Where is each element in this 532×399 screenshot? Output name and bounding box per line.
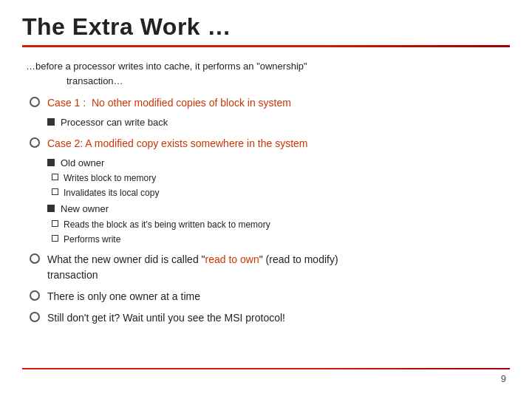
page-number: 9 <box>22 373 510 384</box>
bullet-l3-reads-marker <box>52 220 58 227</box>
bullet-l3-invalidates-text: Invalidates its local copy <box>64 186 159 200</box>
bullet-l3-writes-block: Writes block to memory <box>37 171 510 185</box>
bullet-l2-case1-sub1-text: Processor can write back <box>61 115 510 130</box>
bullet-l3-writes-text: Writes block to memory <box>64 171 156 185</box>
bullet-case2: Case 2: A modified copy exists somewhere… <box>22 136 510 246</box>
bullet-l2-new-owner: New owner Reads the block as it's being … <box>22 202 510 246</box>
bullet-l3-invalidates-marker <box>52 188 58 195</box>
bullet-what: What the new owner did is called "read t… <box>22 252 510 283</box>
bullet-l2-old-owner-text: Old owner <box>61 156 510 171</box>
bullet-l2-new-owner-text: New owner <box>61 202 510 216</box>
content-area: …before a processor writes into cache, i… <box>22 59 510 368</box>
bullet-msi: Still don't get it? Wait until you see t… <box>22 310 510 326</box>
bullet-l3-performs-text: Performs write <box>64 233 120 246</box>
bullet-l1-case2: Case 2: A modified copy exists somewhere… <box>22 136 510 151</box>
bullet-l1-case2-marker <box>30 137 40 148</box>
bullet-l3-performs-marker <box>52 235 58 242</box>
bullet-l1-one-owner-marker <box>30 290 40 301</box>
title-area: The Extra Work … <box>22 0 510 59</box>
bullet-l1-what-text: What the new owner did is called "read t… <box>47 252 510 283</box>
bullet-l3-writes-marker <box>52 174 58 180</box>
read-to-own-text: read to own <box>205 253 259 265</box>
intro-line1: …before a processor writes into cache, i… <box>26 61 307 72</box>
bullet-l1-case1: Case 1 : No other modified copies of blo… <box>22 95 510 111</box>
l3-new-owner-block: Reads the block as it's being written ba… <box>37 218 510 246</box>
bullet-l2-old-owner: Old owner Writes block to memory Invalid… <box>22 156 510 200</box>
bullet-l1-msi: Still don't get it? Wait until you see t… <box>22 310 510 326</box>
bullet-l2-new-owner-row: New owner <box>22 202 510 216</box>
bullet-l1-one-owner-text: There is only one owner at a time <box>47 289 510 304</box>
bullet-l3-reads-text: Reads the block as it's being written ba… <box>64 218 270 231</box>
bullet-case1: Case 1 : No other modified copies of blo… <box>22 95 510 130</box>
slide-title: The Extra Work … <box>22 13 510 41</box>
bullet-one-owner: There is only one owner at a time <box>22 289 510 304</box>
bullet-l3-reads-block: Reads the block as it's being written ba… <box>37 218 510 231</box>
slide: The Extra Work … …before a processor wri… <box>0 0 532 399</box>
bullet-l1-msi-marker <box>30 312 40 322</box>
bullet-l2-case1-sub1-row: Processor can write back <box>22 115 510 130</box>
bullet-l1-case1-text: Case 1 : No other modified copies of blo… <box>47 95 510 111</box>
l3-old-owner-block: Writes block to memory Invalidates its l… <box>37 171 510 200</box>
bullet-l1-case1-marker <box>30 97 40 107</box>
bottom-divider <box>22 368 510 369</box>
bullet-l1-one-owner: There is only one owner at a time <box>22 289 510 304</box>
title-divider <box>22 45 510 47</box>
bullet-l3-performs-write: Performs write <box>37 233 510 246</box>
bullet-l2-old-owner-marker <box>47 159 55 166</box>
bullet-l3-invalidates: Invalidates its local copy <box>37 186 510 200</box>
intro-text: …before a processor writes into cache, i… <box>22 59 510 88</box>
bullet-l1-what: What the new owner did is called "read t… <box>22 252 510 283</box>
bullet-l1-case2-text: Case 2: A modified copy exists somewhere… <box>47 136 510 151</box>
bullet-l2-old-owner-row: Old owner <box>22 156 510 171</box>
bullet-l2-case1-sub1: Processor can write back <box>22 115 510 130</box>
bullet-l1-msi-text: Still don't get it? Wait until you see t… <box>47 310 510 326</box>
bullet-l1-what-marker <box>30 253 40 264</box>
bullet-l2-new-owner-marker <box>47 205 55 212</box>
bullet-l2-case1-sub1-marker <box>47 118 55 126</box>
intro-line2: transaction… <box>26 74 123 89</box>
